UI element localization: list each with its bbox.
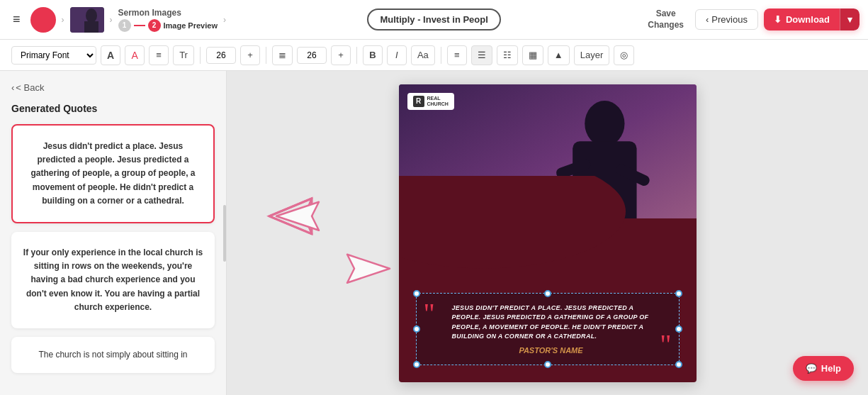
previous-button[interactable]: ‹ Previous	[695, 9, 758, 30]
handle-mid-left[interactable]	[413, 326, 420, 333]
text-icon-button[interactable]: A	[101, 45, 120, 65]
quote-card-2[interactable]: If your only experience in the local chu…	[11, 232, 215, 328]
toolbar-divider-3	[356, 47, 357, 64]
text-align-center-button[interactable]: ☰	[471, 45, 492, 65]
top-navigation: ≡ › › Sermon Images 1 2 Image Preview › …	[0, 0, 868, 40]
up-icon: ▲	[554, 50, 563, 60]
quotes-sidebar: ‹ < Back Generated Quotes Jesus didn't p…	[0, 71, 227, 395]
handle-bottom-left[interactable]	[413, 361, 420, 368]
formatting-toolbar: Primary Font A A ≡ Tr + ≣ + B I Aa ≡ ☰ ☷…	[0, 40, 868, 71]
download-icon: ⬇	[774, 14, 782, 25]
eye-icon: ◎	[620, 50, 628, 60]
plus-icon-2: +	[338, 50, 344, 60]
font-size-input-1[interactable]	[206, 47, 236, 64]
download-button[interactable]: ⬇ Download	[764, 9, 840, 30]
line-height-icon: ≣	[278, 50, 286, 60]
breadcrumb-chevron-1: ›	[62, 15, 64, 25]
handle-top-left[interactable]	[413, 290, 420, 297]
font-size-input-2[interactable]	[297, 47, 327, 64]
svg-rect-2	[84, 21, 98, 33]
back-link[interactable]: ‹ < Back	[11, 82, 215, 93]
text-align-center-icon: ☰	[478, 50, 486, 60]
breadcrumb: Sermon Images 1 2 Image Preview	[118, 8, 218, 32]
scroll-indicator	[223, 205, 226, 262]
download-caret-button[interactable]: ▾	[840, 9, 859, 30]
quote-text-3: The church is not simply about sitting i…	[23, 348, 203, 362]
main-content: ‹ < Back Generated Quotes Jesus didn't p…	[0, 71, 868, 395]
svg-point-10	[399, 176, 626, 269]
app-logo	[30, 7, 56, 33]
canvas-quote-text: JESUS DIDN'T PREDICT A PLACE. JESUS PRED…	[452, 304, 650, 342]
italic-button[interactable]: I	[387, 45, 407, 65]
bold-button[interactable]: B	[363, 45, 383, 65]
quote-text-1: Jesus didn't predict a place. Jesus pred…	[24, 140, 202, 208]
step-indicator: 1 2 Image Preview	[118, 19, 218, 32]
text-case-button[interactable]: Tr	[173, 45, 194, 65]
plus-icon-1: +	[247, 50, 253, 60]
save-changes-button[interactable]: Save Changes	[642, 6, 689, 33]
layer-dropdown-button[interactable]: Layer	[574, 45, 610, 65]
image-canvas[interactable]: R REALCHURCH	[399, 84, 697, 382]
aa-icon: Aa	[417, 50, 429, 60]
text-align-right-button[interactable]: ☷	[497, 45, 518, 65]
help-chat-icon: 💬	[806, 363, 817, 374]
toolbar-divider-4	[441, 47, 441, 64]
text-align-right-icon: ☷	[503, 50, 512, 60]
help-button[interactable]: 💬 Help	[793, 356, 854, 381]
checker-button[interactable]: ▦	[522, 45, 543, 65]
font-family-select[interactable]: Primary Font	[11, 46, 96, 65]
align-left-icon: ≡	[156, 50, 162, 60]
checker-icon: ▦	[529, 50, 537, 60]
toolbar-divider-2	[266, 47, 266, 64]
bold-icon: B	[369, 50, 376, 60]
text-align-left-icon: ≡	[454, 50, 460, 60]
closing-quote-mark: "	[660, 330, 671, 359]
back-chevron-icon: ‹	[11, 82, 14, 93]
quote-card-1[interactable]: Jesus didn't predict a place. Jesus pred…	[11, 124, 215, 223]
right-arrow-indicator	[340, 243, 411, 296]
step-connector	[134, 25, 145, 26]
text-case-icon: Tr	[179, 50, 188, 60]
step-2-badge: 2	[148, 19, 161, 32]
text-stroke-button[interactable]: A	[125, 45, 145, 65]
toolbar-divider-1	[200, 47, 201, 64]
handle-bottom-right[interactable]	[675, 361, 682, 368]
font-size-plus-2[interactable]: +	[331, 45, 351, 65]
opening-quote-mark: "	[424, 299, 435, 328]
step-2-label: Image Preview	[164, 21, 218, 30]
quote-text-2: If your only experience in the local chu…	[23, 246, 203, 314]
handle-bottom-mid[interactable]	[544, 361, 551, 368]
quote-text-box[interactable]: " JESUS DIDN'T PREDICT A PLACE. JESUS PR…	[416, 293, 680, 365]
italic-icon: I	[395, 50, 398, 60]
text-icon: A	[107, 50, 114, 61]
chevron-left-icon: ‹	[706, 14, 709, 25]
breadcrumb-title: Sermon Images	[118, 8, 218, 18]
handle-mid-right[interactable]	[675, 326, 682, 333]
align-left-button[interactable]: ≡	[149, 45, 169, 65]
text-align-left-button[interactable]: ≡	[447, 45, 467, 65]
move-up-button[interactable]: ▲	[548, 45, 570, 65]
font-size-plus-1[interactable]: +	[240, 45, 260, 65]
canvas-pastor-name: PASTOR'S NAME	[452, 346, 650, 355]
step-1-badge: 1	[118, 19, 131, 32]
breadcrumb-chevron-2: ›	[110, 15, 113, 25]
rc-logo: R REALCHURCH	[407, 93, 454, 110]
canvas-area: R REALCHURCH	[227, 71, 868, 395]
text-stroke-icon: A	[131, 50, 137, 61]
sermon-thumbnail[interactable]	[70, 7, 104, 33]
quote-card-3[interactable]: The church is not simply about sitting i…	[11, 337, 215, 373]
handle-top-mid[interactable]	[544, 290, 551, 297]
svg-point-1	[86, 9, 97, 23]
handle-top-right[interactable]	[675, 290, 682, 297]
multiply-button[interactable]: Multiply - Invest in Peopl	[367, 9, 500, 30]
left-arrow-indicator	[255, 191, 326, 243]
visibility-button[interactable]: ◎	[614, 45, 634, 65]
line-height-button[interactable]: ≣	[272, 45, 293, 65]
aa-button[interactable]: Aa	[411, 45, 435, 65]
chevron-down-icon: ▾	[847, 14, 852, 25]
svg-point-4	[585, 101, 624, 146]
section-title: Generated Quotes	[11, 103, 215, 114]
layer-label: Layer	[580, 50, 604, 60]
hamburger-menu-icon[interactable]: ≡	[9, 8, 25, 31]
breadcrumb-chevron-3: ›	[223, 15, 226, 25]
